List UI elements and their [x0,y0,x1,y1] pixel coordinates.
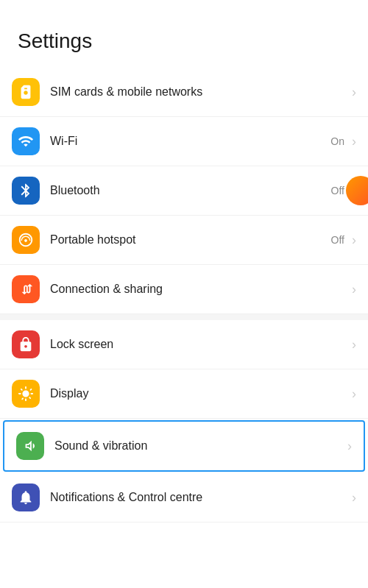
sim-icon [18,84,34,100]
lock-label: Lock screen [50,338,352,351]
hotspot-label: Portable hotspot [50,233,331,247]
connection-chevron: › [352,283,356,296]
settings-item-display[interactable]: Display › [0,369,368,419]
sim-right: › [352,85,356,99]
display-chevron: › [352,387,356,400]
settings-item-wifi[interactable]: Wi-Fi On › [0,117,368,166]
section-divider-1 [0,314,368,320]
sim-label: SIM cards & mobile networks [50,85,352,99]
display-item-content: Display [50,387,352,400]
hotspot-right: Off › [331,233,356,247]
settings-item-bluetooth[interactable]: Bluetooth Off › [0,166,368,216]
notifications-item-content: Notifications & Control centre [50,491,352,504]
bluetooth-item-content: Bluetooth [50,184,331,197]
connection-label: Connection & sharing [50,283,352,296]
display-label: Display [50,387,352,400]
bluetooth-label: Bluetooth [50,184,331,197]
hotspot-item-content: Portable hotspot [50,233,331,247]
sound-icon-wrapper [16,432,44,460]
notifications-icon [18,489,34,506]
sim-item-content: SIM cards & mobile networks [50,85,352,99]
page-title: Settings [0,0,368,68]
connection-icon-wrapper [12,275,40,303]
connection-item-content: Connection & sharing [50,283,352,296]
lock-icon [18,336,34,353]
sound-item-content: Sound & vibration [54,439,347,453]
display-icon-wrapper [12,380,40,408]
wifi-right: On › [330,135,356,148]
sound-icon [22,438,38,454]
avatar-partial [346,176,368,205]
wifi-item-content: Wi-Fi [50,135,330,148]
connection-icon [18,281,34,297]
notifications-chevron: › [352,491,356,504]
wifi-chevron: › [352,135,356,148]
settings-item-notifications[interactable]: Notifications & Control centre › [0,473,368,523]
settings-list-2: Lock screen › Display › Sound & vibratio… [0,320,368,523]
lock-chevron: › [352,338,356,351]
lock-item-content: Lock screen [50,338,352,351]
wifi-icon-wrapper [12,127,40,155]
bluetooth-icon [18,183,34,199]
hotspot-chevron: › [352,233,356,247]
notifications-right: › [352,491,356,504]
sound-chevron: › [347,439,352,453]
lock-right: › [352,338,356,351]
sound-label: Sound & vibration [54,439,347,453]
wifi-icon [18,133,34,149]
settings-item-sound[interactable]: Sound & vibration › [3,420,365,472]
notifications-label: Notifications & Control centre [50,491,352,504]
hotspot-icon [18,232,34,248]
settings-item-sim[interactable]: SIM cards & mobile networks › [0,68,368,117]
wifi-status: On [330,135,344,147]
sim-chevron: › [352,85,356,99]
settings-list: SIM cards & mobile networks › Wi-Fi On ›… [0,68,368,314]
bluetooth-status: Off [331,185,344,196]
display-icon [18,386,34,402]
sim-icon-wrapper [12,78,40,106]
settings-item-lock[interactable]: Lock screen › [0,320,368,369]
display-right: › [352,387,356,400]
bluetooth-icon-wrapper [12,177,40,205]
wifi-label: Wi-Fi [50,135,330,148]
settings-item-connection[interactable]: Connection & sharing › [0,265,368,314]
connection-right: › [352,283,356,296]
sound-right: › [347,439,352,453]
settings-item-hotspot[interactable]: Portable hotspot Off › [0,216,368,265]
hotspot-status: Off [331,234,344,246]
lock-icon-wrapper [12,330,40,358]
notifications-icon-wrapper [12,483,40,511]
hotspot-icon-wrapper [12,226,40,254]
